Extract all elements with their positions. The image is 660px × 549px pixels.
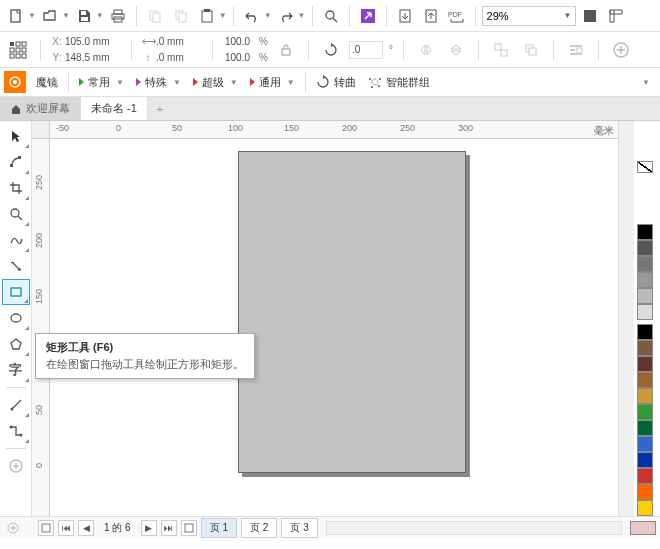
launch-button[interactable]: [356, 4, 380, 28]
page-prev-button[interactable]: ◀: [78, 520, 94, 536]
mojing-icon[interactable]: [4, 71, 26, 93]
tool-pick[interactable]: [2, 123, 30, 149]
swatch[interactable]: [637, 388, 653, 404]
redo-button[interactable]: [274, 4, 298, 28]
tool-polygon[interactable]: [2, 331, 30, 357]
menu-overflow-icon[interactable]: ▼: [642, 78, 650, 87]
align-button[interactable]: [489, 38, 513, 62]
ruler-vertical[interactable]: 250 200 150 100 50 0: [32, 139, 50, 516]
swatch[interactable]: [637, 256, 653, 272]
swatch[interactable]: [637, 500, 653, 516]
swatch[interactable]: [637, 420, 653, 436]
pdf-button[interactable]: PDF: [445, 4, 469, 28]
tool-text[interactable]: 字: [2, 357, 30, 383]
tool-freehand[interactable]: [2, 227, 30, 253]
zoom-combo[interactable]: ▼: [482, 6, 576, 26]
rulers-button[interactable]: [604, 4, 628, 28]
zoom-input[interactable]: [483, 7, 561, 25]
undo-button[interactable]: [240, 4, 264, 28]
x-input[interactable]: [63, 34, 121, 49]
angle-input[interactable]: [349, 41, 383, 59]
paste-button[interactable]: [169, 4, 193, 28]
mirror-v-button[interactable]: [444, 38, 468, 62]
swatch[interactable]: [637, 436, 653, 452]
tab-add-button[interactable]: +: [148, 97, 172, 120]
menu-zhineng[interactable]: 智能群组: [362, 70, 436, 94]
menu-chaoji[interactable]: 超级▼: [187, 70, 244, 94]
menu-teshu[interactable]: 特殊▼: [130, 70, 187, 94]
h-input[interactable]: [154, 50, 202, 65]
tab-welcome[interactable]: 欢迎屏幕: [0, 97, 81, 120]
page-first-button[interactable]: ⏮: [58, 520, 74, 536]
page-add-button[interactable]: [38, 520, 54, 536]
new-button[interactable]: [4, 4, 28, 28]
w-input[interactable]: [154, 34, 202, 49]
swatch[interactable]: [637, 372, 653, 388]
copy-button[interactable]: [143, 4, 167, 28]
clipboard-button[interactable]: [195, 4, 219, 28]
clipboard-dropdown-icon[interactable]: ▼: [219, 11, 227, 20]
order-button[interactable]: [519, 38, 543, 62]
y-input[interactable]: [63, 50, 121, 65]
swatch[interactable]: [637, 272, 653, 288]
page-last-button[interactable]: ⏭: [161, 520, 177, 536]
page-add2-button[interactable]: [181, 520, 197, 536]
tool-add[interactable]: [2, 453, 30, 479]
swatch-none[interactable]: [637, 161, 653, 173]
export-button[interactable]: [419, 4, 443, 28]
search-button[interactable]: [319, 4, 343, 28]
tool-shape-edit[interactable]: [2, 149, 30, 175]
drawing-canvas[interactable]: [50, 139, 618, 516]
save-dropdown-icon[interactable]: ▼: [96, 11, 104, 20]
tool-rectangle[interactable]: [2, 279, 30, 305]
open-dropdown-icon[interactable]: ▼: [62, 11, 70, 20]
menu-changyong[interactable]: 常用▼: [73, 70, 130, 94]
swatch[interactable]: [637, 240, 653, 256]
lock-ratio-button[interactable]: [274, 38, 298, 62]
open-button[interactable]: [38, 4, 62, 28]
tool-dimension[interactable]: [2, 392, 30, 418]
swatch[interactable]: [637, 340, 653, 356]
swatch[interactable]: [637, 484, 653, 500]
scale-y-input[interactable]: [223, 50, 259, 65]
horizontal-scrollbar[interactable]: [326, 521, 622, 535]
tool-ellipse[interactable]: [2, 305, 30, 331]
tool-connector[interactable]: [2, 418, 30, 444]
scale-x-input[interactable]: [223, 34, 259, 49]
print-button[interactable]: [106, 4, 130, 28]
swatch[interactable]: [637, 356, 653, 372]
swatch[interactable]: [637, 324, 653, 340]
swatch[interactable]: [637, 404, 653, 420]
redo-dropdown-icon[interactable]: ▼: [298, 11, 306, 20]
menu-mojing[interactable]: 魔镜: [30, 70, 64, 94]
zoom-dropdown-icon[interactable]: ▼: [561, 11, 575, 20]
wrap-button[interactable]: [564, 38, 588, 62]
vertical-scrollbar[interactable]: [618, 121, 634, 516]
tool-crop[interactable]: [2, 175, 30, 201]
tab-doc1[interactable]: 未命名 -1: [81, 97, 148, 120]
swatch[interactable]: [637, 224, 653, 240]
menu-tongyong[interactable]: 通用▼: [244, 70, 301, 94]
add-tool-button[interactable]: [4, 519, 22, 537]
menu-zhuanqu[interactable]: 转曲: [310, 70, 362, 94]
save-button[interactable]: [72, 4, 96, 28]
page-tab-2[interactable]: 页 2: [241, 518, 277, 538]
mirror-h-button[interactable]: [414, 38, 438, 62]
ruler-corner[interactable]: [32, 121, 50, 139]
tool-zoom[interactable]: [2, 201, 30, 227]
swatch[interactable]: [637, 452, 653, 468]
tool-artistic[interactable]: [2, 253, 30, 279]
page-next-button[interactable]: ▶: [141, 520, 157, 536]
import-button[interactable]: [393, 4, 417, 28]
ruler-horizontal[interactable]: -50 0 50 100 150 200 250 300 毫米: [50, 121, 618, 139]
swatch[interactable]: [637, 304, 653, 320]
fullscreen-button[interactable]: [578, 4, 602, 28]
new-dropdown-icon[interactable]: ▼: [28, 11, 36, 20]
swatch[interactable]: [637, 468, 653, 484]
add-button[interactable]: [609, 38, 633, 62]
swatch[interactable]: [637, 288, 653, 304]
page-tab-1[interactable]: 页 1: [201, 518, 237, 538]
fill-indicator[interactable]: [630, 521, 656, 535]
anchor-grid-button[interactable]: [6, 38, 30, 62]
page-tab-3[interactable]: 页 3: [281, 518, 317, 538]
